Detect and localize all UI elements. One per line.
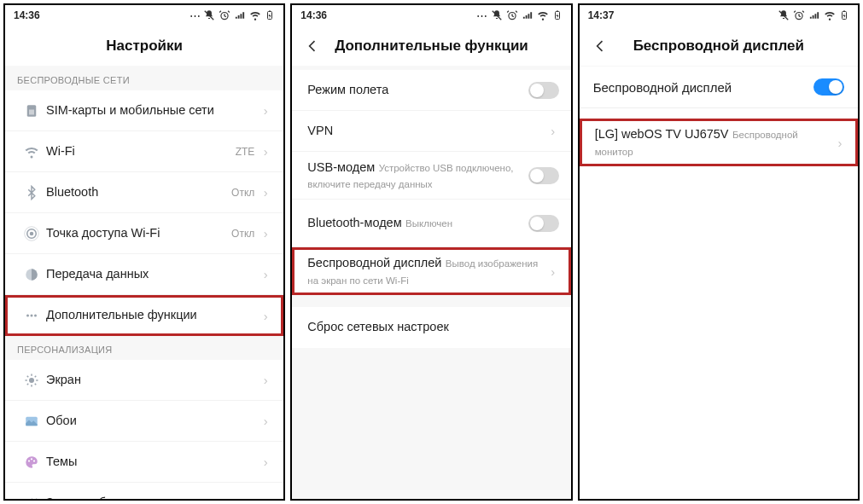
row-more-label: Дополнительные функции [46, 308, 197, 322]
data-icon [17, 267, 46, 282]
mute-icon [491, 9, 503, 21]
svg-point-24 [31, 458, 32, 460]
svg-point-10 [26, 315, 29, 317]
chevron-right-icon: › [259, 103, 271, 118]
feature-label: Беспроводной дисплей [593, 80, 732, 95]
chevron-right-icon: › [259, 455, 271, 469]
appbar: Настройки [5, 26, 283, 67]
image-icon [17, 414, 46, 429]
row-data-label: Передача данных [46, 267, 149, 281]
row-network-reset[interactable]: Сброс сетевых настроек [292, 307, 570, 348]
status-time: 14:36 [300, 9, 327, 21]
phone-additional: 14:36 ⋯ Дополнительные функции Режим пол… [290, 3, 572, 501]
chevron-right-icon: › [259, 373, 271, 387]
chevron-right-icon: › [259, 144, 271, 159]
row-btm-sub: Выключен [405, 218, 452, 229]
row-wifi-label: Wi-Fi [46, 144, 75, 158]
row-more[interactable]: Дополнительные функции › [5, 295, 283, 336]
more-icon: ⋯ [476, 9, 487, 22]
svg-point-13 [29, 378, 34, 383]
svg-point-11 [31, 315, 33, 317]
alarm-icon [506, 9, 518, 21]
battery-icon [265, 9, 275, 21]
wireless-display-toggle[interactable] [813, 78, 844, 96]
row-bt-tether[interactable]: Bluetooth-модем Выключен [292, 200, 570, 247]
signal-icon [808, 9, 820, 21]
row-sim-label: SIM-карты и мобильные сети [46, 103, 214, 117]
chevron-right-icon: › [259, 226, 271, 240]
battery-icon [839, 9, 849, 21]
svg-point-25 [33, 460, 35, 461]
sound-icon [17, 495, 46, 499]
svg-point-12 [34, 315, 37, 317]
status-icons: ⋯ [190, 9, 276, 22]
brightness-icon [17, 373, 46, 388]
status-time: 14:37 [588, 9, 615, 21]
row-themes[interactable]: Темы › [5, 442, 283, 483]
status-icons [778, 9, 849, 21]
chevron-right-icon: › [259, 185, 271, 200]
wifi-icon [537, 9, 549, 21]
airplane-toggle[interactable] [528, 82, 559, 99]
more-horiz-icon [17, 308, 46, 323]
bluetooth-icon [17, 185, 46, 200]
mute-icon [203, 9, 215, 21]
svg-line-19 [35, 383, 37, 385]
appbar: Беспроводной дисплей [580, 26, 858, 67]
svg-rect-29 [557, 11, 558, 12]
svg-line-21 [35, 375, 37, 377]
row-airplane[interactable]: Режим полета [292, 70, 570, 111]
phone-wireless-display: 14:37 Беспроводной дисплей Беспроводной … [578, 3, 860, 501]
row-vpn[interactable]: VPN › [292, 111, 570, 152]
signal-icon [522, 9, 534, 21]
signal-icon [234, 9, 246, 21]
battery-icon [552, 9, 563, 21]
row-wireless-display[interactable]: Беспроводной дисплей Вывод изображения н… [292, 247, 570, 295]
palette-icon [17, 455, 46, 470]
wifi-icon [249, 9, 261, 21]
row-bluetooth[interactable]: Bluetooth Откл › [5, 172, 283, 213]
row-feature-toggle[interactable]: Беспроводной дисплей [580, 67, 858, 108]
row-usb-label: USB-модем [307, 160, 375, 174]
row-sim[interactable]: SIM-карты и мобильные сети › [5, 90, 283, 131]
svg-rect-33 [843, 11, 845, 12]
chevron-right-icon: › [834, 136, 846, 150]
hotspot-icon [17, 226, 46, 241]
back-button[interactable] [300, 34, 324, 58]
status-icons: ⋯ [476, 9, 563, 22]
phone-settings: 14:36 ⋯ Настройки БЕСПРОВОДНЫЕ СЕТИ [3, 3, 285, 501]
content: Беспроводной дисплей [LG] webOS TV UJ675… [580, 67, 858, 499]
statusbar: 14:36 ⋯ [5, 5, 283, 26]
row-hotspot[interactable]: Точка доступа Wi-Fi Откл › [5, 213, 283, 254]
chevron-right-icon: › [259, 267, 271, 281]
statusbar: 14:37 [580, 5, 858, 26]
sim-icon [17, 103, 46, 119]
chevron-right-icon: › [547, 124, 559, 138]
row-device[interactable]: [LG] webOS TV UJ675V Беспроводной монито… [580, 119, 858, 166]
wifi-icon [824, 9, 836, 21]
row-wallpaper[interactable]: Обои › [5, 401, 283, 442]
row-wdisp-label: Беспроводной дисплей [307, 256, 441, 269]
page-title: Настройки [106, 38, 183, 55]
status-time: 14:36 [14, 9, 40, 21]
wifi-icon [17, 144, 46, 159]
row-hotspot-label: Точка доступа Wi-Fi [46, 226, 160, 240]
page-title: Беспроводной дисплей [633, 38, 804, 55]
row-wallpaper-label: Обои [46, 414, 77, 427]
row-sound[interactable]: Звук и вибрация › [5, 483, 283, 499]
svg-point-23 [28, 460, 30, 461]
row-bt-label: Bluetooth [46, 185, 98, 199]
row-btm-label: Bluetooth-модем [307, 216, 401, 229]
back-button[interactable] [588, 34, 612, 58]
content: БЕСПРОВОДНЫЕ СЕТИ SIM-карты и мобильные … [5, 67, 283, 499]
usb-tether-toggle[interactable] [528, 167, 559, 184]
row-display[interactable]: Экран › [5, 360, 283, 401]
row-wifi[interactable]: Wi-Fi ZTE › [5, 131, 283, 172]
alarm-icon [219, 9, 230, 21]
alarm-icon [793, 9, 805, 21]
row-data-usage[interactable]: Передача данных › [5, 254, 283, 295]
svg-rect-3 [269, 11, 271, 12]
row-usb-tether[interactable]: USB-модем Устройство USB подключено, вкл… [292, 152, 570, 200]
bt-tether-toggle[interactable] [528, 215, 559, 232]
mute-icon [778, 9, 790, 21]
